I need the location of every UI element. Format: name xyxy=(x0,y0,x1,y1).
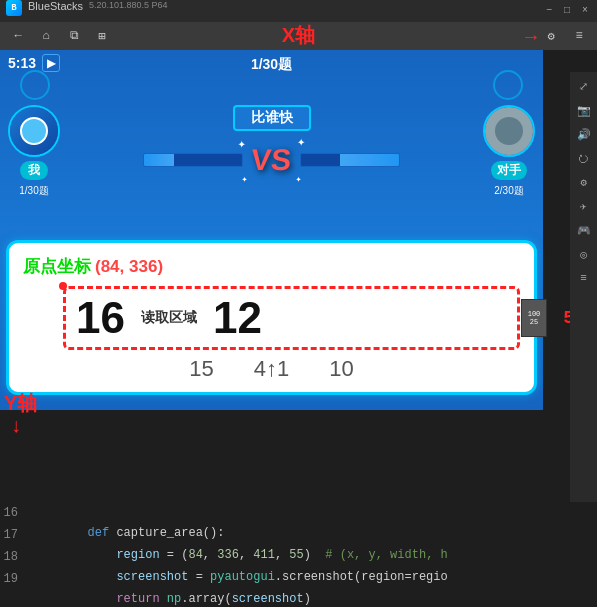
player-label: 我 xyxy=(20,161,48,180)
small-box: 10025 xyxy=(521,299,547,337)
app-window: B BlueStacks 5.20.101.880.5 P64 − □ × X轴… xyxy=(0,0,597,607)
game-area: 5:13 ▶ 1/30题 我 1/30题 xyxy=(0,50,597,510)
question-counter: 1/30题 xyxy=(251,56,292,74)
maximize-button[interactable]: □ xyxy=(559,2,575,18)
player-hp-fill xyxy=(144,154,173,166)
menu-icon[interactable]: ≡ xyxy=(569,26,589,46)
settings-icon[interactable]: ⚙ xyxy=(541,26,561,46)
module-np: np xyxy=(167,592,181,606)
big-number-right: 12 xyxy=(213,293,262,343)
capture-dot xyxy=(59,282,67,290)
y-axis-arrow-icon: ↓ xyxy=(10,415,22,438)
timer-value: 5:13 xyxy=(8,55,36,71)
opponent-score: 2/30题 xyxy=(494,184,523,198)
opponent-hp-fill xyxy=(340,154,399,166)
line-number-17: 17 xyxy=(0,525,30,545)
back-button[interactable]: ← xyxy=(8,26,28,46)
player-section: 我 1/30题 xyxy=(8,105,60,198)
sidebar-icon-3[interactable]: ⭮ xyxy=(574,148,594,168)
window-controls: − □ × xyxy=(541,2,593,18)
origin-coords-text: (84, 336) xyxy=(95,257,163,277)
sidebar-icon-6[interactable]: 🎮 xyxy=(574,220,594,240)
sparkle-icon-4: ✦ xyxy=(295,173,301,185)
code-line-19: 19 return np.array(screenshot) xyxy=(0,568,597,590)
sparkle-icon-3: ✦ xyxy=(241,173,247,185)
sidebar-icon-7[interactable]: ◎ xyxy=(574,244,594,264)
small-box-content: 10025 xyxy=(528,310,541,327)
sparkle-icon-2: ✦ xyxy=(297,133,305,150)
battle-area: 我 1/30题 比谁快 ✦ ✦ ✦ ✦ xyxy=(8,105,535,198)
sidebar-resize-icon[interactable]: ⤢ xyxy=(574,76,594,96)
navigation-bar: ← ⌂ ⧉ ⊞ ⚙ ≡ xyxy=(0,22,597,50)
sidebar-icon-8[interactable]: ≡ xyxy=(574,268,594,288)
deco-circle-right xyxy=(493,70,523,100)
sparkle-icon-1: ✦ xyxy=(237,135,245,152)
sidebar-icon-4[interactable]: ⚙ xyxy=(574,172,594,192)
deco-circle-left xyxy=(20,70,50,100)
opponent-avatar xyxy=(483,105,535,157)
vs-text: VS xyxy=(250,143,293,177)
code-editor: 16 def capture_area(): 17 region = (84, … xyxy=(0,502,597,607)
capture-rect: 16 读取区域 12 10025 xyxy=(63,286,520,350)
origin-label-row: 原点坐标 (84, 336) xyxy=(23,255,520,278)
keyword-return: return xyxy=(88,592,160,606)
player-hp-bar xyxy=(143,153,243,167)
line-number-18: 18 xyxy=(0,547,30,567)
timer-area: 5:13 ▶ xyxy=(8,54,60,72)
grid-button[interactable]: ⊞ xyxy=(92,26,112,46)
var-screenshot-2: screenshot xyxy=(232,592,304,606)
player-avatar xyxy=(8,105,60,157)
title-bar: B BlueStacks 5.20.101.880.5 P64 − □ × xyxy=(0,0,597,22)
numbers-capture-area: 16 读取区域 12 10025 5 xyxy=(63,286,520,350)
vs-container: ✦ ✦ ✦ ✦ VS xyxy=(251,143,291,177)
home-button[interactable]: ⌂ xyxy=(36,26,56,46)
line-number-19: 19 xyxy=(0,569,30,589)
sidebar-icon-1[interactable]: 📷 xyxy=(574,100,594,120)
avatar-image xyxy=(20,117,48,145)
small-numbers-row: 15 4↑1 10 xyxy=(23,356,520,382)
code-line-18: 18 screenshot = pyautogui.screenshot(reg… xyxy=(0,546,597,568)
opponent-section: 对手 2/30题 xyxy=(483,105,535,198)
right-sidebar: ⤢ 📷 🔊 ⭮ ⚙ ✈ 🎮 ◎ ≡ xyxy=(570,72,597,532)
y-axis-label: Y轴 xyxy=(4,390,37,417)
minimize-button[interactable]: − xyxy=(541,2,557,18)
opponent-avatar-image xyxy=(495,117,523,145)
small-number-2: 4↑1 xyxy=(254,356,289,382)
vs-area: ✦ ✦ ✦ ✦ VS xyxy=(143,143,399,177)
sidebar-icon-2[interactable]: 🔊 xyxy=(574,124,594,144)
bluestacks-logo: B xyxy=(6,0,22,16)
sidebar-icon-5[interactable]: ✈ xyxy=(574,196,594,216)
big-number-left: 16 xyxy=(76,293,125,343)
game-viewport: 5:13 ▶ 1/30题 我 1/30题 xyxy=(0,50,543,510)
app-version: 5.20.101.880.5 P64 xyxy=(89,0,168,22)
line-number-16: 16 xyxy=(0,503,30,523)
origin-label-text: 原点坐标 xyxy=(23,255,91,278)
code-line-17: 17 region = (84, 336, 411, 55) # (x, y, … xyxy=(0,524,597,546)
player-score: 1/30题 xyxy=(19,184,48,198)
timer-icon: ▶ xyxy=(42,54,60,72)
opponent-hp-bar xyxy=(300,153,400,167)
small-number-1: 15 xyxy=(189,356,213,382)
app-title: BlueStacks xyxy=(28,0,83,22)
code-line-16: 16 def capture_area(): xyxy=(0,502,597,524)
battle-title-area: 比谁快 ✦ ✦ ✦ ✦ VS xyxy=(143,105,399,177)
question-area: 原点坐标 (84, 336) 16 读取区域 12 10025 xyxy=(6,240,537,395)
battle-title: 比谁快 xyxy=(233,105,311,131)
small-number-3: 10 xyxy=(329,356,353,382)
read-area-label: 读取区域 xyxy=(141,309,197,327)
window-button[interactable]: ⧉ xyxy=(64,26,84,46)
opponent-label: 对手 xyxy=(491,161,527,180)
close-button[interactable]: × xyxy=(577,2,593,18)
